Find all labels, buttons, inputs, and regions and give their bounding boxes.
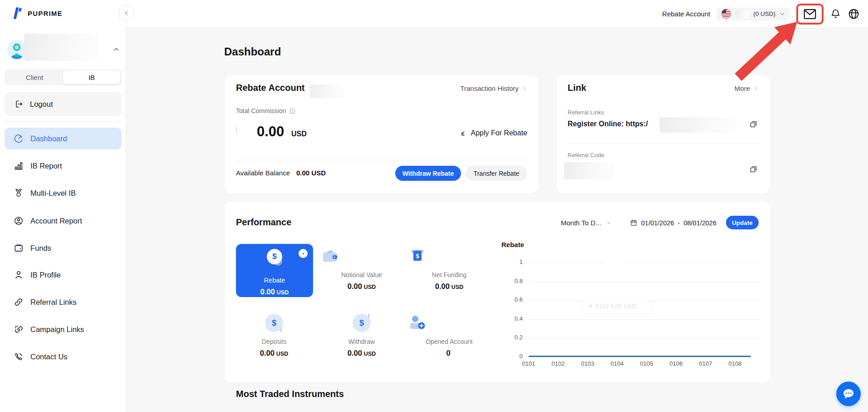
toggle-ib[interactable]: IB: [63, 70, 120, 84]
account-id-redacted: [310, 84, 344, 98]
info-icon[interactable]: [289, 108, 296, 114]
tile-net-funding[interactable]: $ Net Funding 0.00USD: [408, 247, 490, 291]
transaction-history-link[interactable]: Transaction History: [460, 84, 527, 92]
opened-account-icon: [408, 314, 427, 332]
card-divider: [568, 143, 759, 144]
campaign-link-icon: [14, 324, 24, 334]
profile-collapse-toggle[interactable]: [113, 45, 120, 53]
sidebar-item-label: Funds: [30, 244, 51, 253]
sidebar-item-label: IB Profile: [30, 271, 61, 279]
link-icon: [14, 297, 24, 307]
date-range-value: Month To D...: [561, 219, 601, 227]
sidebar-item-account-report[interactable]: Account Report: [5, 210, 122, 232]
date-to: 08/01/2026: [683, 219, 716, 227]
apply-for-rebate-link[interactable]: Apply For Rebate: [459, 129, 527, 137]
referral-links-label: Referral Links: [568, 109, 604, 116]
sidebar-item-label: Multi-Level IB: [30, 189, 76, 198]
mail-button[interactable]: [804, 9, 816, 20]
chevron-right-icon: [521, 85, 527, 91]
copy-icon: [749, 165, 758, 174]
sidebar-item-contact-us[interactable]: Contact Us: [5, 346, 122, 367]
tile-unit: USD: [364, 284, 376, 290]
y-axis-tick: 1: [495, 258, 523, 265]
tile-label: Opened Account: [408, 338, 490, 345]
date-range-picker[interactable]: 01/01/2026 - 08/01/2026: [630, 219, 716, 227]
phone-icon: [14, 352, 24, 362]
chart-title: Rebate: [501, 241, 524, 248]
x-axis-tick: 0103: [576, 360, 599, 367]
withdraw-icon: $↑: [353, 314, 371, 332]
notifications-button[interactable]: [830, 8, 841, 20]
copy-referral-code-button[interactable]: [749, 165, 758, 174]
tile-value: 0.00: [348, 282, 362, 290]
tile-notional-value[interactable]: Notional Value 0.00USD: [321, 247, 402, 291]
tile-value: 0.00: [348, 349, 362, 357]
toggle-client[interactable]: Client: [6, 70, 63, 84]
wallet-icon: [14, 243, 24, 253]
logout-label: Logout: [30, 100, 53, 109]
withdraw-rebate-button[interactable]: Withdraw Rebate: [395, 166, 461, 181]
globe-icon: [848, 8, 860, 20]
link-card: Link More Referral Links Register Online…: [557, 75, 770, 193]
tile-value: 0.00: [435, 282, 450, 290]
avatar[interactable]: [7, 40, 26, 59]
sidebar-item-funds[interactable]: Funds: [5, 237, 122, 259]
more-link[interactable]: More: [735, 84, 759, 92]
tile-withdraw[interactable]: $↑ Withdraw 0.00USD: [321, 314, 402, 357]
y-axis-tick: 0.8: [495, 278, 523, 284]
tile-value: 0: [446, 349, 450, 357]
copy-referral-link-button[interactable]: [749, 120, 758, 129]
referral-code-redacted: [564, 162, 615, 179]
x-axis-tick: 0107: [694, 360, 717, 367]
transfer-rebate-button[interactable]: Transfer Rebate: [466, 166, 527, 181]
sidebar-item-ib-profile[interactable]: IB Profile: [5, 264, 122, 286]
person-icon: [14, 270, 24, 280]
x-axis-tick: 0105: [635, 360, 658, 367]
date-from: 01/01/2026: [641, 219, 674, 227]
chart-gridline: [529, 338, 761, 338]
chart-gridline: [529, 319, 761, 320]
wallet-notional-icon: [321, 247, 339, 265]
y-axis-tick: 0: [495, 353, 523, 360]
mail-icon: [804, 9, 816, 20]
logout-button[interactable]: Logout: [5, 92, 122, 116]
available-balance-value: 0.00 USD: [296, 169, 326, 177]
update-button[interactable]: Update: [726, 216, 759, 229]
tile-deposits[interactable]: $↓ Deposits 0.00USD: [233, 314, 315, 357]
tile-chevron-right-icon[interactable]: ›: [299, 249, 308, 258]
transaction-history-label: Transaction History: [460, 84, 519, 92]
net-funding-icon: $: [408, 247, 427, 265]
sidebar-item-label: IB Report: [30, 162, 62, 170]
tile-unit: USD: [364, 351, 376, 357]
currency-flag-icon: [236, 126, 237, 134]
date-range-dropdown[interactable]: Month To D...: [561, 219, 612, 227]
account-selector[interactable]: (0 USD): [716, 8, 790, 20]
puprime-logo-icon: [9, 6, 24, 20]
total-commission-label: Total Commission: [236, 107, 286, 114]
sidebar-item-dashboard[interactable]: Dashboard: [5, 128, 122, 149]
sidebar-item-label: Dashboard: [30, 134, 67, 143]
tile-rebate[interactable]: $ › Rebate 0.00USD: [236, 244, 313, 297]
copy-icon: [749, 120, 758, 129]
deposits-icon: $↓: [265, 314, 283, 332]
top-header: Rebate Account (0 USD): [126, 0, 868, 28]
x-axis-tick: 0102: [547, 360, 569, 367]
live-chat-button[interactable]: [836, 382, 861, 406]
y-axis-tick: 0.4: [495, 315, 523, 322]
account-balance: (0 USD): [753, 10, 775, 17]
sidebar-item-referral-links[interactable]: Referral Links: [5, 291, 122, 313]
sidebar-item-multi-level-ib[interactable]: Multi-Level IB: [5, 182, 122, 204]
most-traded-title: Most Traded Instruments: [236, 389, 344, 399]
referral-url-redacted: [659, 117, 737, 133]
sidebar-item-campaign-links[interactable]: Campaign Links: [5, 318, 122, 340]
chevron-left-icon: [123, 10, 130, 16]
chart-data-line: [529, 356, 751, 357]
tile-opened-account[interactable]: Opened Account 0: [408, 314, 490, 357]
username-redacted: [24, 34, 98, 61]
avatar-icon: [7, 40, 26, 59]
sidebar-item-ib-report[interactable]: IB Report: [5, 155, 122, 177]
sidebar-collapse-button[interactable]: [119, 5, 134, 20]
x-axis-tick: 0104: [606, 360, 628, 367]
language-button[interactable]: [848, 8, 860, 20]
date-separator: -: [678, 219, 680, 227]
